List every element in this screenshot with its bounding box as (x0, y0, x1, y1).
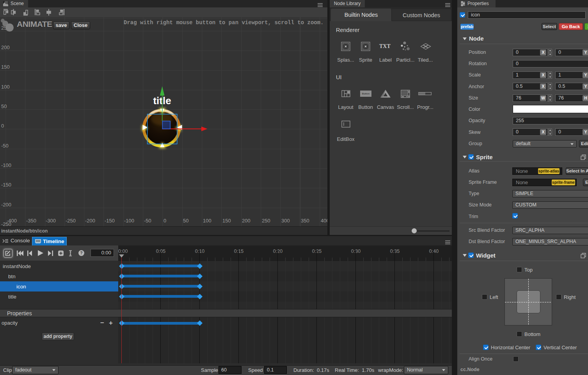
svg-text:?: ? (80, 251, 82, 255)
